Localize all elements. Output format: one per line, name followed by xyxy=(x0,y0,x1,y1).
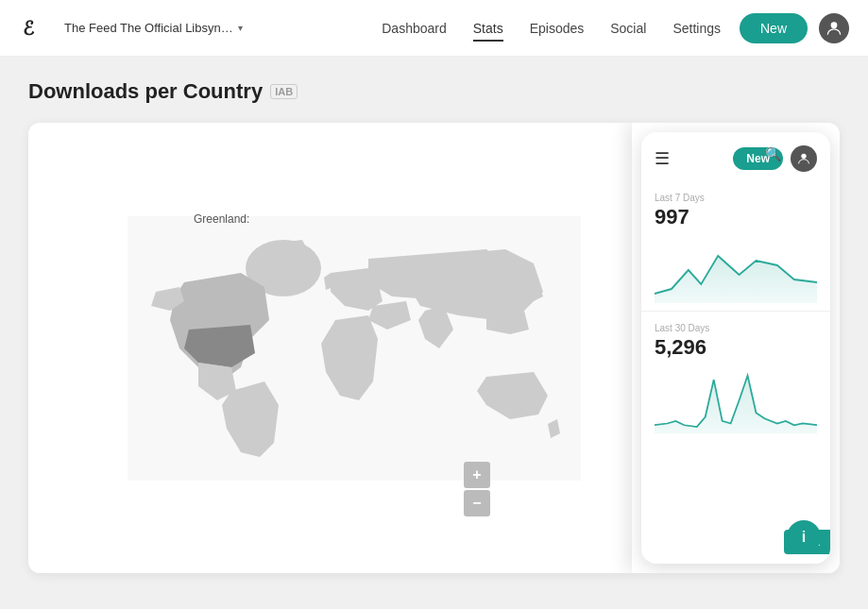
greenland-label: Greenland: xyxy=(194,212,249,226)
main-card: Greenland: xyxy=(28,123,840,573)
nav-item-stats[interactable]: Stats xyxy=(473,21,503,36)
stats-30days-panel: Last 30 Days 5,296 xyxy=(641,312,830,450)
nav-item-settings[interactable]: Settings xyxy=(672,21,721,36)
iab-badge: IAB xyxy=(270,84,298,99)
zoom-in-button[interactable]: + xyxy=(464,462,490,488)
hamburger-icon[interactable]: ☰ xyxy=(655,148,670,169)
mobile-card: ☰ New 🔍 Last 7 Days 997 xyxy=(641,132,830,564)
nav-item-dashboard[interactable]: Dashboard xyxy=(382,21,447,36)
chart-30days xyxy=(655,367,817,443)
map-controls: + − xyxy=(464,462,490,516)
main-nav: Dashboard Stats Episodes Social Settings xyxy=(382,21,721,36)
new-button[interactable]: New xyxy=(740,13,808,43)
svg-point-1 xyxy=(831,22,838,28)
stats-30days-period: Last 30 Days xyxy=(655,323,817,333)
world-map xyxy=(128,207,581,490)
search-icon[interactable]: 🔍 xyxy=(765,146,781,161)
mobile-header: ☰ New xyxy=(641,132,830,181)
stats-7days-value: 997 xyxy=(655,205,817,229)
avatar[interactable] xyxy=(819,13,849,43)
main-content: Downloads per Country IAB Greenland: xyxy=(0,57,868,609)
stats-30days-value: 5,296 xyxy=(655,335,817,360)
search-icon-area: 🔍 xyxy=(765,145,781,162)
stats-7days-period: Last 7 Days xyxy=(655,193,817,203)
map-area: Greenland: xyxy=(28,123,679,573)
app-header: ℰ The Feed The Official Libsyn Podc... ▾… xyxy=(0,0,868,57)
stats-7days-panel: Last 7 Days 997 xyxy=(641,181,830,312)
mobile-overlay: ☰ New 🔍 Last 7 Days 997 xyxy=(632,123,840,573)
podcast-name: The Feed The Official Libsyn Podc... xyxy=(64,21,234,35)
svg-point-4 xyxy=(801,154,806,159)
chart-7days xyxy=(655,237,817,303)
info-button[interactable]: i xyxy=(787,520,821,554)
page-title: Downloads per Country xyxy=(28,79,263,104)
logo[interactable]: ℰ xyxy=(19,13,49,43)
podcast-selector[interactable]: The Feed The Official Libsyn Podc... ▾ xyxy=(64,21,243,35)
zoom-out-button[interactable]: − xyxy=(464,490,490,516)
mobile-avatar[interactable] xyxy=(791,145,817,172)
svg-text:ℰ: ℰ xyxy=(23,18,35,39)
nav-item-episodes[interactable]: Episodes xyxy=(530,21,585,36)
page-title-row: Downloads per Country IAB xyxy=(28,79,840,104)
nav-item-social[interactable]: Social xyxy=(610,21,646,36)
chevron-down-icon: ▾ xyxy=(238,23,243,33)
